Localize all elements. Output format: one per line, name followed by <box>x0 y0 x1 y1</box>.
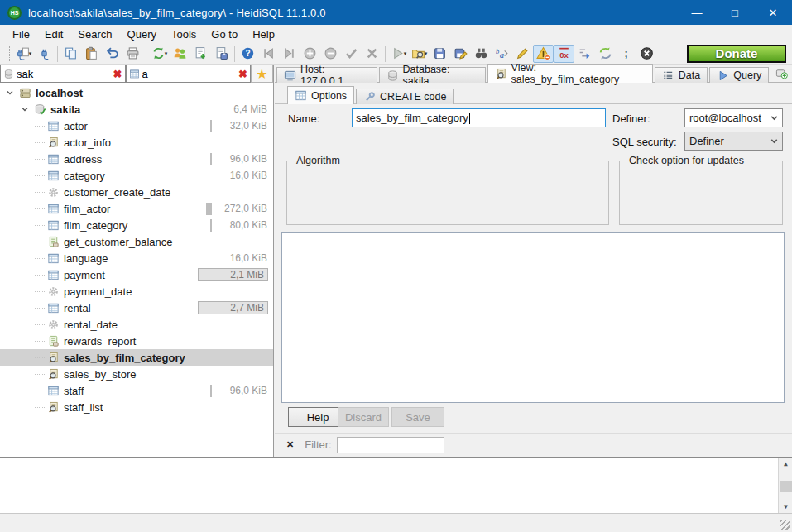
menu-go-to[interactable]: Go to <box>204 26 245 43</box>
filter-input[interactable] <box>337 437 444 453</box>
tree-item-payment[interactable]: payment2,1 MiB <box>0 266 273 283</box>
tree-filter-row: ✖ ✖ ★ <box>0 65 273 83</box>
execute-sql-button[interactable]: ▾ <box>388 45 409 63</box>
scrollbar-thumb[interactable] <box>780 481 792 492</box>
user-manager-button[interactable] <box>170 45 190 63</box>
tree-item-category[interactable]: category16,0 KiB <box>0 167 273 184</box>
undo-button[interactable] <box>102 45 122 63</box>
disconnect-button[interactable] <box>34 45 55 63</box>
replace-text-button[interactable] <box>492 45 512 63</box>
favorites-button[interactable]: ★ <box>251 65 273 83</box>
definer-select[interactable]: root@localhost <box>684 108 783 127</box>
tab-data[interactable]: Data <box>655 67 708 83</box>
dropdown-caret-icon[interactable]: ▾ <box>404 50 407 57</box>
tree-item-film_actor[interactable]: film_actor272,0 KiB <box>0 200 273 217</box>
save-sql-button[interactable] <box>430 45 450 63</box>
sql-security-select[interactable]: Definer <box>684 132 783 151</box>
tree-item-sales_by_film_category[interactable]: sales_by_film_category <box>0 349 273 366</box>
subtab-options[interactable]: Options <box>287 86 354 104</box>
close-filter-icon[interactable]: ✕ <box>286 439 294 450</box>
view-icon <box>47 368 60 381</box>
tree-item-rental[interactable]: rental2,7 MiB <box>0 300 273 316</box>
tree-item-rewards_report[interactable]: rewards_report <box>0 333 273 349</box>
dropdown-caret-icon[interactable]: ▾ <box>425 50 428 57</box>
single-statement-button[interactable] <box>616 45 636 63</box>
tree-item-film_category[interactable]: film_category80,0 KiB <box>0 217 273 233</box>
menu-query[interactable]: Query <box>120 26 164 43</box>
tree-item-staff[interactable]: staff96,0 KiB <box>0 382 273 399</box>
subtab-create-code[interactable]: CREATE code <box>356 89 454 104</box>
tree-item-address[interactable]: address96,0 KiB <box>0 151 273 167</box>
new-query-tab-icon <box>775 67 788 79</box>
save-sql-as-button[interactable] <box>450 45 471 63</box>
tree-item-actor[interactable]: actor32,0 KiB <box>0 117 273 134</box>
log-scrollbar[interactable]: ▲ ▼ <box>778 458 792 513</box>
dropdown-caret-icon[interactable]: ▾ <box>29 50 32 57</box>
tab-host-127-0-0-1[interactable]: Host: 127.0.0.1 <box>276 67 377 83</box>
tree-item-customer_create_date[interactable]: customer_create_date <box>0 184 273 200</box>
tree-item-rental_date[interactable]: rental_date <box>0 316 273 333</box>
menu-tools[interactable]: Tools <box>164 26 204 43</box>
dropdown-caret-icon[interactable]: ▾ <box>165 50 168 57</box>
tab-database-sakila[interactable]: Database: sakila <box>379 67 486 83</box>
print-button[interactable] <box>122 45 143 63</box>
paste-button[interactable] <box>81 45 102 63</box>
delete-row-button[interactable] <box>320 45 341 63</box>
resize-grip[interactable] <box>780 520 790 530</box>
clear-table-filter-icon[interactable]: ✖ <box>238 69 247 79</box>
reconnect-button[interactable] <box>595 45 616 63</box>
minimize-button[interactable]: — <box>678 0 716 25</box>
table-filter-input[interactable] <box>142 68 237 80</box>
new-query-tab-button[interactable] <box>770 65 792 81</box>
export-database-button[interactable] <box>190 45 211 63</box>
menu-file[interactable]: File <box>5 26 37 43</box>
size-bar <box>210 385 212 397</box>
view-select-sql-editor[interactable] <box>281 232 785 403</box>
load-sql-file-button[interactable]: ▾ <box>409 45 430 63</box>
tree-connector <box>35 159 45 160</box>
tree-item-localhost[interactable]: localhost <box>0 84 273 101</box>
tree-item-sales_by_store[interactable]: sales_by_store <box>0 366 273 382</box>
post-changes-button[interactable] <box>341 45 362 63</box>
donate-button[interactable]: Donate <box>687 45 786 63</box>
reformat-sql-button[interactable] <box>512 45 533 63</box>
view-name-input[interactable]: sales_by_film_category <box>352 108 606 127</box>
tree-item-payment_date[interactable]: payment_date <box>0 283 273 300</box>
copy-button[interactable] <box>60 45 81 63</box>
discard-button[interactable]: Discard <box>338 407 389 427</box>
tree-item-get_customer_balance[interactable]: get_customer_balance <box>0 233 273 250</box>
tab-query[interactable]: Query <box>709 67 769 83</box>
maximize-button[interactable]: □ <box>716 0 754 25</box>
insert-snippet-button[interactable] <box>211 45 232 63</box>
cancel-query-button[interactable] <box>636 45 657 63</box>
next-statement-button[interactable] <box>574 45 595 63</box>
clear-database-filter-icon[interactable]: ✖ <box>113 69 122 79</box>
insert-row-button[interactable] <box>300 45 320 63</box>
toolbar-grip[interactable] <box>7 46 10 61</box>
database-filter-input[interactable] <box>17 68 111 80</box>
find-text-button[interactable] <box>471 45 492 63</box>
algorithm-group-title: Algorithm <box>294 155 343 166</box>
session-manager-button[interactable]: ▾ <box>13 45 34 63</box>
refresh-button[interactable]: ▾ <box>149 45 170 63</box>
tab-view-sales-by-film-category[interactable]: View: sales_by_film_category <box>487 64 653 83</box>
view-binary-hex-button[interactable] <box>554 45 574 63</box>
menu-edit[interactable]: Edit <box>37 26 70 43</box>
blob-as-text-button[interactable] <box>533 45 554 63</box>
save-button[interactable]: Save <box>391 407 444 427</box>
help-button[interactable] <box>238 45 258 63</box>
menu-help[interactable]: Help <box>245 26 282 43</box>
tree-item-staff_list[interactable]: staff_list <box>0 399 273 415</box>
close-button[interactable]: ✕ <box>754 0 792 25</box>
tree-item-actor_info[interactable]: actor_info <box>0 134 273 151</box>
sql-log-panel[interactable]: ▲ ▼ <box>0 457 792 513</box>
tree-item-language[interactable]: language16,0 KiB <box>0 250 273 266</box>
menu-search[interactable]: Search <box>70 26 119 43</box>
scroll-up-icon[interactable]: ▲ <box>779 458 792 470</box>
first-record-button[interactable] <box>258 45 279 63</box>
tree-item-sakila[interactable]: sakila6,4 MiB <box>0 101 273 117</box>
scroll-down-icon[interactable]: ▼ <box>779 501 792 513</box>
cancel-editing-button[interactable] <box>362 45 382 63</box>
filter-panel: ✕ Filter: <box>275 433 792 456</box>
last-record-button[interactable] <box>279 45 300 63</box>
